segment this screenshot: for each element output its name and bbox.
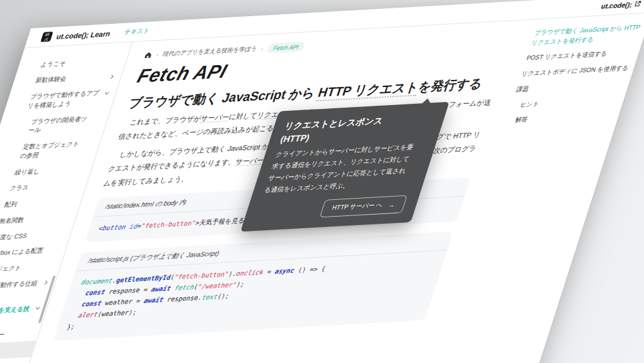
heading-text: を発行する [417,76,485,94]
nav-link-text[interactable]: テキスト [123,27,151,37]
sidebar-item-label: 高度な CSS [0,231,28,240]
tooltip-trigger-term[interactable]: サーバー [200,113,231,123]
toc-item[interactable]: ヒント [510,95,621,110]
sidebar-item-label: ブラウザで動作するアプリを構築しよう [26,89,100,109]
sidebar-item-label: オブジェクト [0,264,23,273]
breadcrumb-current-chip: Fetch API [266,41,306,53]
toc-item[interactable]: POST リクエストを送信する [525,48,636,63]
sidebar-item-label: HTTP サーバー [0,331,6,340]
chevron-down-icon[interactable] [33,304,41,313]
tooltip-link-button[interactable]: HTTP サーバー へ → [319,195,407,218]
sidebar-item-label: クラス [9,184,30,192]
home-icon[interactable] [144,51,153,59]
toc-item[interactable]: 解答 [505,110,616,126]
chevron-down-icon[interactable] [102,89,110,98]
toc-item[interactable]: リクエストボディに JSON を使用する [520,63,631,79]
arrow-right-icon: → [388,201,396,209]
external-site-link[interactable]: ut.code(); [600,0,642,10]
brand-title[interactable]: ut.code(); Learn [55,30,111,41]
utcode-logo-icon[interactable]: UT;C [41,32,53,42]
tooltip-button-label: HTTP サーバー へ [331,201,384,213]
background: UT;C ut.code(); Learn テキスト ut.code(); よう… [0,0,644,363]
sidebar-item-label: 新歓体験会 [35,75,68,84]
sidebar-item-label: サーバーが動作する仕組み [0,279,39,299]
breadcrumb-section[interactable]: 現代のアプリを支える技術を学ぼう [162,44,258,58]
sidebar-item-label: 配列 [3,201,18,208]
tooltip-arrow [422,98,433,104]
breadcrumb-separator: › [260,45,264,52]
sidebar-item-label: 定数とオブジェクトの参照 [19,140,80,159]
tooltip-trigger-term[interactable]: HTTP リクエスト [316,79,421,101]
chevron-right-icon[interactable] [42,279,50,288]
sidebar-item-label: 無名関数 [0,216,25,224]
code-card-js: /static/script.js (ブラウザ上で動く JavaScript) … [53,231,453,341]
sidebar-item-label: 繰り返し [14,167,41,175]
sidebar-item-label: Flexbox による配置 [0,247,44,257]
paragraph-text: これまで、ブラウザが [129,115,202,126]
app-window: UT;C ut.code(); Learn テキスト ut.code(); よう… [0,0,644,363]
breadcrumb-separator: › [155,51,159,57]
paragraph-text: に対して [228,112,259,121]
toc-item[interactable]: 課題 [515,79,626,94]
sidebar-item-label: 現代のアプリを支える技術を学ぼう [0,304,31,324]
external-link-icon [634,1,641,7]
toc-item[interactable]: ブラウザで動く JavaScript から HTTP リクエストを発行する [530,23,644,48]
external-link-label: ut.code(); [600,0,634,10]
tooltip-title: リクエストとレスポンス (HTTP) [279,113,400,146]
chevron-right-icon[interactable] [108,73,115,82]
sidebar-item-label: ブラウザの開発者ツール [27,115,88,134]
sidebar-item-label: ようこそ [40,59,67,67]
sidebar-item[interactable]: モジュールバンドラ [0,357,31,363]
tooltip-body: クライアントからサーバーに対しサービスを要求する通信をリクエスト、リクエストに対… [263,141,415,196]
